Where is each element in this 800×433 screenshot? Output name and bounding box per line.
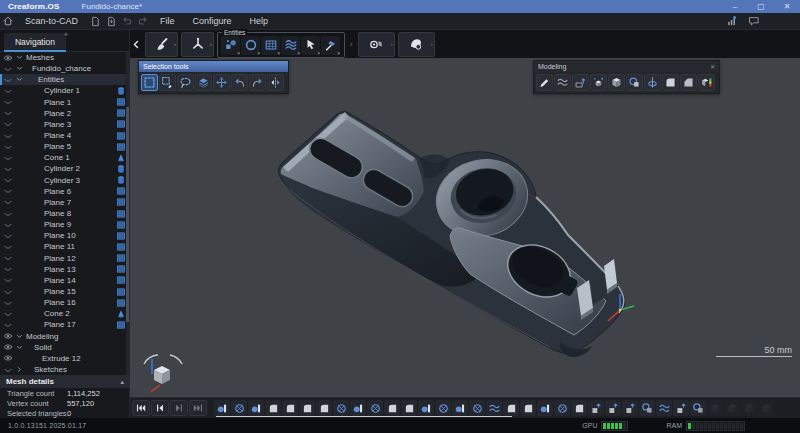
op-revolve-button[interactable] xyxy=(435,400,451,416)
tree-row[interactable]: Cylinder 2 xyxy=(0,163,130,174)
op-fillet-button[interactable] xyxy=(265,400,281,416)
tree-row[interactable]: Plane 3 xyxy=(0,119,130,130)
op-pull-button[interactable] xyxy=(673,400,689,416)
primitives-tool-button[interactable]: ▾ xyxy=(221,36,240,55)
alignment-tripod-button[interactable]: › xyxy=(181,32,214,57)
visibility-toggle[interactable] xyxy=(3,142,13,152)
sketch-button[interactable] xyxy=(536,74,553,91)
close-button[interactable]: ✕ xyxy=(774,0,800,13)
visibility-toggle[interactable] xyxy=(3,53,13,63)
modeling-palette[interactable]: Modeling ✕ xyxy=(533,60,720,94)
brush-select-button[interactable] xyxy=(159,74,176,91)
op-subtract-button[interactable] xyxy=(639,400,655,416)
chev-down-icon[interactable] xyxy=(15,53,24,62)
redo-icon[interactable] xyxy=(135,13,151,29)
tree-row[interactable]: Plane 2 xyxy=(0,108,130,119)
op-revolve-button[interactable] xyxy=(554,400,570,416)
visibility-toggle[interactable] xyxy=(3,175,13,185)
tree-row[interactable]: Entities xyxy=(0,74,130,85)
tree-row[interactable]: Plane 8 xyxy=(0,208,130,219)
op-extrude-button[interactable] xyxy=(350,400,366,416)
op-revolve-button[interactable] xyxy=(231,400,247,416)
visibility-toggle[interactable] xyxy=(3,75,13,85)
modeling-title[interactable]: Modeling ✕ xyxy=(534,61,719,72)
undo-icon[interactable] xyxy=(121,15,133,27)
selection-tools-title[interactable]: Selection tools xyxy=(139,61,288,72)
op-extrude-button[interactable] xyxy=(452,400,468,416)
op-fillet-button[interactable] xyxy=(503,400,519,416)
tree-row[interactable]: Plane 15 xyxy=(0,286,130,297)
menu-configure[interactable]: Configure xyxy=(184,13,241,30)
assembly-button[interactable]: › xyxy=(358,32,395,57)
op-fillet-button[interactable] xyxy=(299,400,315,416)
fillet-edge-button[interactable] xyxy=(662,74,679,91)
home-icon[interactable] xyxy=(0,13,16,29)
tree-row[interactable]: Fundido_chance xyxy=(0,63,130,74)
circle-tool-button[interactable]: ▾ xyxy=(241,36,260,55)
visibility-toggle[interactable] xyxy=(3,86,13,96)
op-subtract-button[interactable] xyxy=(690,400,706,416)
tree-row[interactable]: Plane 17 xyxy=(0,319,130,330)
surface-wizard-button[interactable] xyxy=(554,74,571,91)
tab-navigation[interactable]: Navigation xyxy=(4,33,66,52)
layer-select-button[interactable] xyxy=(195,74,212,91)
feedback-icon[interactable] xyxy=(746,13,762,29)
tree-row[interactable]: Cylinder 1 xyxy=(0,85,130,96)
tree-row[interactable]: Plane 13 xyxy=(0,264,130,275)
visibility-toggle[interactable] xyxy=(3,197,13,207)
visibility-toggle[interactable] xyxy=(3,253,13,263)
tree-row[interactable]: Plane 11 xyxy=(0,241,130,252)
tree-row[interactable]: Plane 10 xyxy=(0,230,130,241)
telemetry-icon[interactable] xyxy=(724,13,740,29)
visibility-toggle[interactable] xyxy=(3,309,13,319)
visibility-toggle[interactable] xyxy=(3,64,13,74)
op-fillet-button[interactable] xyxy=(401,400,417,416)
op-revolve-button[interactable] xyxy=(469,400,485,416)
visibility-toggle[interactable] xyxy=(3,131,13,141)
visibility-toggle[interactable] xyxy=(3,119,13,129)
op-fillet-button[interactable] xyxy=(384,400,400,416)
chev-down-icon[interactable] xyxy=(15,64,24,73)
auto-primitives-button[interactable] xyxy=(590,74,607,91)
tree-row[interactable]: Plane 14 xyxy=(0,275,130,286)
menu-help[interactable]: Help xyxy=(241,13,278,30)
telemetry-icon[interactable] xyxy=(726,15,738,27)
op-fillet-button[interactable] xyxy=(520,400,536,416)
op-extrude-button[interactable] xyxy=(248,400,264,416)
op-surface-button[interactable] xyxy=(656,400,672,416)
tree-row[interactable]: Cylinder 3 xyxy=(0,175,130,186)
palette-close-icon[interactable]: ✕ xyxy=(710,63,715,70)
op-ghost-button[interactable] xyxy=(758,400,774,416)
tree-row[interactable]: Sketches xyxy=(0,364,130,375)
redo-icon[interactable] xyxy=(137,15,149,27)
import-icon[interactable] xyxy=(103,13,119,29)
import-icon[interactable] xyxy=(106,16,117,27)
rect-select-button[interactable] xyxy=(141,74,158,91)
op-pull-button[interactable] xyxy=(605,400,621,416)
visibility-toggle[interactable] xyxy=(3,164,13,174)
chamfer-edge-button[interactable] xyxy=(680,74,697,91)
hammer-tool-button[interactable]: ▾ xyxy=(321,36,340,55)
chev-down-icon[interactable] xyxy=(15,75,24,84)
op-ghost-button[interactable] xyxy=(724,400,740,416)
visibility-toggle[interactable] xyxy=(3,353,13,363)
new-document-icon[interactable] xyxy=(90,16,101,27)
visibility-toggle[interactable] xyxy=(3,365,13,375)
panel-collapse-button[interactable] xyxy=(131,34,142,54)
minimize-button[interactable]: – xyxy=(722,0,748,13)
visibility-toggle[interactable] xyxy=(3,220,13,230)
pb-start-button[interactable] xyxy=(132,400,150,416)
tree-row[interactable]: Plane 7 xyxy=(0,197,130,208)
visibility-toggle[interactable] xyxy=(3,242,13,252)
tree-row[interactable]: Plane 1 xyxy=(0,97,130,108)
maximize-button[interactable]: ▢ xyxy=(748,0,774,13)
surfaces-tool-button[interactable]: ▾ xyxy=(281,36,300,55)
undo-icon[interactable] xyxy=(119,13,135,29)
op-revolve-button[interactable] xyxy=(367,400,383,416)
collapse-icon[interactable]: ▴ xyxy=(120,378,124,386)
visibility-toggle[interactable] xyxy=(3,209,13,219)
lasso-select-button[interactable] xyxy=(177,74,194,91)
visibility-toggle[interactable] xyxy=(3,108,13,118)
tree-row[interactable]: Plane 6 xyxy=(0,186,130,197)
tree-row[interactable]: Plane 16 xyxy=(0,297,130,308)
